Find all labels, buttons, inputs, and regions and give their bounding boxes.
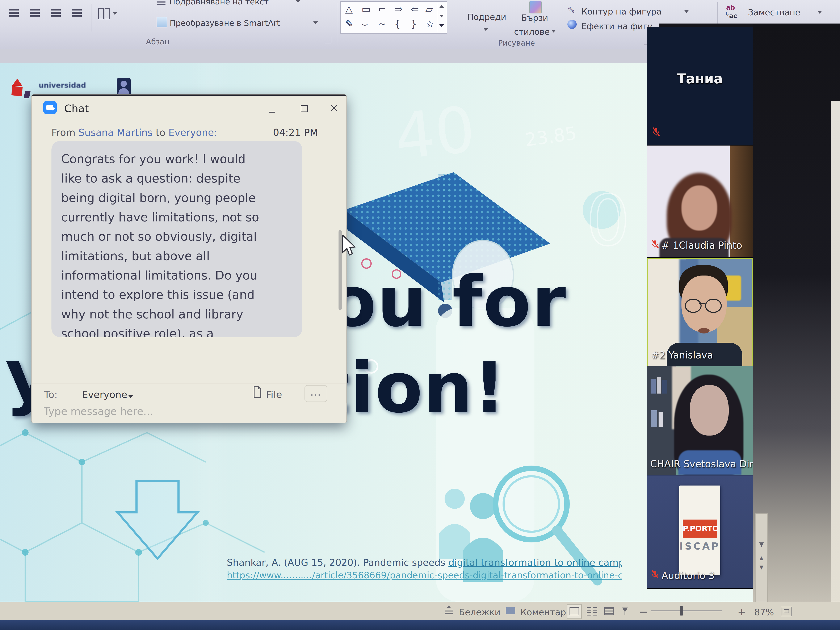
chat-divider <box>32 383 346 384</box>
align-text-button[interactable]: Подравняване на текст <box>169 0 268 6</box>
more-options-button[interactable]: … <box>305 385 327 402</box>
zoom-slider-track[interactable] <box>651 611 722 611</box>
university-logo <box>11 86 23 96</box>
gallery-scroll-up[interactable] <box>439 5 444 8</box>
chat-icon <box>43 101 57 114</box>
glasses-right-lens <box>705 298 722 313</box>
background-number: 0 <box>586 181 630 261</box>
zoom-percent[interactable]: 87% <box>754 607 774 617</box>
shape-scribble-icon[interactable]: ✎ <box>345 18 354 29</box>
align-center-button[interactable] <box>27 6 42 21</box>
notes-label[interactable]: Бележки <box>459 607 501 617</box>
shape-elbow-icon[interactable]: ⌐ <box>378 3 386 15</box>
align-right-button[interactable] <box>48 6 63 21</box>
comments-icon[interactable] <box>506 607 515 614</box>
participant-tile-yanislava[interactable]: #2 Yanislava <box>647 258 753 368</box>
previous-slide-button[interactable]: ▲ <box>756 555 767 561</box>
align-left-button[interactable] <box>6 6 21 21</box>
comments-label[interactable]: Коментари <box>520 607 572 617</box>
shape-arrow-right-icon[interactable]: ⇒ <box>395 3 403 15</box>
citation-link[interactable]: digital transformation to online campus … <box>448 557 622 568</box>
to-label: To: <box>44 389 58 400</box>
reading-view-button[interactable] <box>603 605 615 617</box>
book <box>651 411 657 427</box>
zoom-out-button[interactable]: − <box>639 605 648 618</box>
notes-button[interactable] <box>445 606 453 615</box>
shape-effects-button[interactable]: Ефекти на фигу <box>581 21 657 31</box>
participant-name: # 1Claudia Pinto <box>662 240 742 251</box>
align-right-icon <box>51 9 61 18</box>
next-slide-button[interactable]: ▼ <box>756 564 767 570</box>
shape-arrow-left-icon[interactable]: ⇐ <box>411 3 419 15</box>
justify-icon <box>72 9 82 18</box>
muted-mic-icon <box>651 570 659 579</box>
participant-tile-svetoslava[interactable]: CHAIR Svetoslava Dimitr... <box>647 366 753 475</box>
iscap-logo: ISCAP <box>679 540 720 552</box>
message-meta: From Susana Martins to Everyone: <box>51 127 217 138</box>
participant-name: #2 Yanislava <box>651 349 713 361</box>
shape-curve-icon[interactable]: ~ <box>378 18 386 29</box>
shape-rect-icon[interactable]: ▭ <box>362 3 371 15</box>
normal-view-button[interactable] <box>567 604 582 619</box>
shape-triangle-icon[interactable]: △ <box>345 3 352 15</box>
ppt-vertical-scrollbar[interactable]: ▼ ▲ ▼ <box>755 513 768 603</box>
send-file-button[interactable]: File <box>266 389 282 400</box>
replace-icon: ab ac ↳ <box>726 4 745 23</box>
ribbon-separator <box>337 3 337 45</box>
shape-brace-left-icon[interactable]: { <box>395 18 401 29</box>
close-button[interactable] <box>328 103 341 114</box>
chat-scrollbar-thumb[interactable] <box>338 230 342 310</box>
arrange-button[interactable]: Подреди <box>467 12 506 22</box>
book <box>662 380 667 393</box>
participant-tile-tania[interactable]: Таниа <box>647 27 753 145</box>
align-text-icon <box>157 0 166 5</box>
chevron-down-icon <box>483 28 488 31</box>
chevron-down-icon <box>296 0 300 3</box>
slide-sorter-view-button[interactable] <box>586 605 598 617</box>
columns-button[interactable] <box>97 6 120 21</box>
glasses-left-lens <box>685 298 702 313</box>
justify-button[interactable] <box>69 6 84 21</box>
participant-name: Auditorio 3 <box>662 570 715 581</box>
shape-star-icon[interactable]: ☆ <box>425 18 434 29</box>
convert-smartart-button[interactable]: Преобразуване в SmartArt <box>170 19 280 28</box>
recipient-dropdown[interactable]: Everyone <box>82 389 133 400</box>
recipient-name: Everyone: <box>169 127 217 138</box>
paragraph-dialog-launcher[interactable] <box>325 37 332 43</box>
gallery-more-button[interactable] <box>439 24 444 27</box>
book <box>658 412 663 427</box>
shape-outline-button[interactable]: Контур на фигура <box>581 7 662 16</box>
slide-title-fragment-top: ou for <box>328 261 567 342</box>
porto-logo: P.PORTO <box>683 519 717 538</box>
shape-brace-right-icon[interactable]: } <box>411 18 417 29</box>
smartart-icon <box>157 17 167 27</box>
background-number: 40 <box>391 93 478 174</box>
shape-parallelogram-icon[interactable]: ▱ <box>425 3 433 15</box>
maximize-button[interactable] <box>298 103 311 114</box>
participant-tile-claudia[interactable]: # 1Claudia Pinto <box>647 145 753 258</box>
chevron-down-icon <box>551 30 556 33</box>
shape-arc-icon[interactable]: ⌣ <box>362 18 368 30</box>
quick-styles-button[interactable]: Бързи <box>521 13 548 23</box>
ribbon-separator <box>717 2 718 25</box>
quick-styles-button-line2[interactable]: стилове <box>514 27 550 36</box>
zoom-chat-window: Chat From Susana Martins to Everyone: 04… <box>32 95 346 423</box>
scroll-down-arrow[interactable]: ▼ <box>756 541 767 548</box>
zoom-in-button[interactable]: + <box>737 606 746 617</box>
replace-button[interactable]: Заместване <box>748 8 800 17</box>
sender-name: Susana Martins <box>79 127 153 138</box>
minimize-button[interactable] <box>267 108 279 116</box>
chat-message-input[interactable] <box>43 405 275 418</box>
zoom-slider-thumb[interactable] <box>680 606 683 616</box>
chevron-down-icon <box>817 11 822 14</box>
citation-url-link[interactable]: https://www.........../article/3568669/p… <box>227 570 622 580</box>
gallery-scroll-down[interactable] <box>439 15 444 17</box>
mouse-cursor <box>342 235 357 258</box>
fit-to-window-button[interactable] <box>781 607 792 616</box>
participant-face <box>690 385 729 436</box>
glasses-bridge <box>699 303 706 304</box>
university-name-text: universidad <box>39 81 86 90</box>
monitor-edge-glare <box>831 101 840 605</box>
participant-tile-auditorio[interactable]: P.PORTO ISCAP Auditorio 3 <box>647 475 753 589</box>
slideshow-view-button[interactable] <box>619 605 632 617</box>
